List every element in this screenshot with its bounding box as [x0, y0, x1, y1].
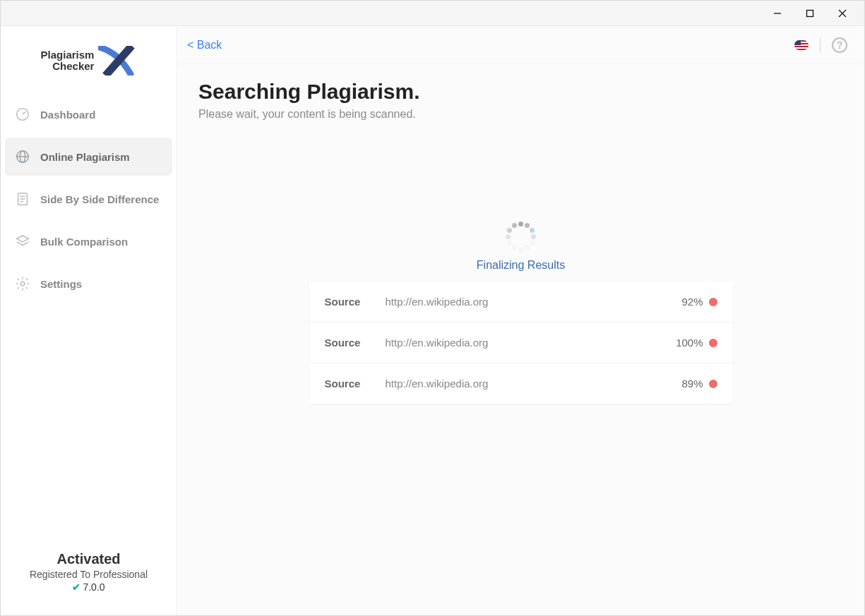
- language-flag-us[interactable]: [794, 40, 809, 50]
- logo-line1: Plagiarism: [41, 49, 95, 61]
- version: ✔ 7.0.0: [8, 581, 169, 593]
- scan-area: Finalizing Results Source http://en.wiki…: [177, 121, 864, 615]
- source-pct: 100%: [676, 337, 703, 349]
- back-link[interactable]: < Back: [187, 39, 222, 52]
- results-list: Source http://en.wikipedia.org 92% Sourc…: [309, 282, 733, 404]
- titlebar: [1, 1, 864, 26]
- sidebar-item-settings[interactable]: Settings: [5, 265, 172, 303]
- svg-rect-18: [794, 40, 801, 45]
- sidebar-item-label: Bulk Comparison: [40, 236, 128, 248]
- result-row: Source http://en.wikipedia.org 100%: [309, 322, 733, 363]
- status-dot: [709, 339, 717, 347]
- gauge-icon: [15, 107, 30, 122]
- layers-icon: [15, 234, 30, 249]
- page-subtitle: Please wait, your content is being scann…: [198, 108, 843, 121]
- sidebar-nav: Dashboard Online Plagiarism Side By Side…: [1, 95, 177, 307]
- check-icon: ✔: [72, 581, 80, 593]
- sidebar-item-bulk[interactable]: Bulk Comparison: [5, 222, 172, 260]
- logo-line2: Checker: [41, 61, 95, 73]
- document-icon: [15, 191, 30, 207]
- status-dot: [709, 298, 717, 306]
- sidebar-item-label: Side By Side Difference: [40, 193, 159, 205]
- result-row: Source http://en.wikipedia.org 92%: [309, 282, 733, 322]
- source-label: Source: [325, 378, 386, 389]
- close-icon: [838, 9, 847, 18]
- main-content: < Back ? Searching Plagiarism. Please wa: [177, 26, 864, 615]
- topbar-right: ?: [794, 37, 847, 53]
- close-button[interactable]: [826, 3, 859, 24]
- status-dot: [709, 380, 717, 388]
- scan-status: Finalizing Results: [477, 259, 565, 272]
- topbar: < Back ?: [177, 26, 864, 64]
- spinner-icon: [504, 219, 538, 253]
- app-logo: Plagiarism Checker: [1, 39, 177, 95]
- minimize-icon: [773, 9, 782, 18]
- sidebar-item-label: Online Plagiarism: [40, 151, 130, 163]
- sidebar-footer: Activated Registered To Professional ✔ 7…: [1, 540, 177, 615]
- page-title: Searching Plagiarism.: [198, 80, 843, 104]
- sidebar-item-side-by-side[interactable]: Side By Side Difference: [5, 180, 172, 218]
- svg-marker-12: [17, 236, 29, 242]
- gear-icon: [15, 276, 30, 291]
- license-subtitle: Registered To Professional: [8, 569, 169, 580]
- svg-rect-17: [794, 47, 809, 49]
- sidebar-item-dashboard[interactable]: Dashboard: [5, 95, 172, 133]
- globe-icon: [15, 149, 30, 164]
- svg-point-13: [20, 282, 25, 286]
- result-row: Source http://en.wikipedia.org 89%: [309, 363, 733, 404]
- source-label: Source: [325, 337, 386, 349]
- minimize-button[interactable]: [761, 3, 794, 24]
- help-icon[interactable]: ?: [832, 37, 847, 53]
- divider: [820, 37, 821, 53]
- source-label: Source: [325, 296, 386, 308]
- sidebar-item-label: Settings: [40, 278, 82, 290]
- maximize-button[interactable]: [794, 3, 826, 24]
- sidebar-item-label: Dashboard: [40, 109, 95, 121]
- source-pct: 89%: [681, 378, 703, 389]
- source-url: http://en.wikipedia.org: [386, 337, 676, 349]
- sidebar: Plagiarism Checker Dashboard Online Plag…: [1, 26, 177, 615]
- sidebar-item-online-plagiarism[interactable]: Online Plagiarism: [5, 138, 172, 176]
- maximize-icon: [806, 9, 814, 18]
- source-pct: 92%: [681, 296, 703, 308]
- logo-x-icon: [98, 46, 136, 76]
- svg-rect-1: [807, 10, 813, 16]
- version-text: 7.0.0: [83, 581, 105, 593]
- page-header: Searching Plagiarism. Please wait, your …: [177, 64, 864, 121]
- license-status: Activated: [8, 551, 169, 567]
- source-url: http://en.wikipedia.org: [386, 296, 682, 308]
- source-url: http://en.wikipedia.org: [386, 378, 682, 389]
- logo-text: Plagiarism Checker: [41, 49, 95, 73]
